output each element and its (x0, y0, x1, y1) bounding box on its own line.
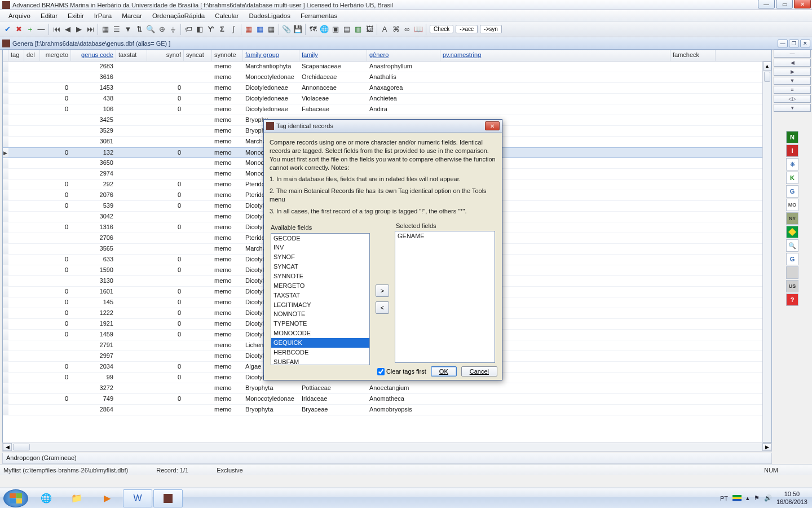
side-badge[interactable] (786, 226, 798, 238)
map-icon[interactable]: 🗺 (308, 24, 318, 34)
taskbar-chrome[interactable]: 🌐 (32, 489, 61, 507)
rail-up-icon[interactable]: — (774, 50, 811, 58)
col-del[interactable]: del (24, 50, 40, 61)
dialog-title-bar[interactable]: Tag identical records ✕ (264, 120, 502, 133)
rail-nav-icon[interactable]: ◁▷ (774, 95, 811, 103)
menu-arquivo[interactable]: Arquivo (8, 12, 30, 19)
list-icon[interactable]: ☰ (112, 24, 122, 34)
selected-fields-listbox[interactable]: GENAME (395, 231, 495, 363)
scroll-up-icon[interactable]: ▲ (763, 62, 771, 71)
scroll-right-icon[interactable]: ▶ (762, 443, 771, 451)
side-badge[interactable]: ? (786, 294, 798, 306)
col-tag[interactable]: tag (8, 50, 24, 61)
col-gen[interactable]: gênero (367, 50, 440, 61)
avail-item[interactable]: SYNCAT (271, 262, 369, 271)
col-synnote[interactable]: synnote (212, 50, 243, 61)
side-badge[interactable]: NY (786, 212, 798, 225)
table-row[interactable]: 2864memoBryophytaBryaceaeAnomobryopsis (3, 405, 771, 415)
bio-icon[interactable]: ⌘ (391, 24, 401, 34)
col-famg[interactable]: family group (243, 50, 299, 61)
col-synof[interactable]: synof (147, 50, 184, 61)
grid-grey-icon[interactable]: ▦ (266, 24, 276, 34)
avail-item[interactable]: MERGETO (271, 281, 369, 291)
table-row[interactable]: 014530memoDicotyledoneaeAnnonaceaeAnaxag… (3, 83, 771, 94)
side-badge[interactable]: ✳ (786, 158, 798, 170)
avail-item[interactable]: INV (271, 243, 369, 252)
sort-icon[interactable]: ⇅ (134, 24, 144, 34)
avail-item[interactable]: LEGITIMACY (271, 300, 369, 310)
side-badge[interactable]: 🔍 (786, 239, 798, 252)
close-button[interactable]: ✕ (794, 0, 811, 8)
avail-item[interactable]: GEQUICK (271, 338, 369, 348)
available-fields-listbox[interactable]: GECODEINVSYNOFSYNCATSYNNOTEMERGETOTAXSTA… (271, 233, 370, 365)
side-badge[interactable]: MO (786, 199, 798, 211)
funnel-icon[interactable]: ⏚ (168, 24, 178, 34)
sigma-icon[interactable]: Σ (217, 24, 227, 34)
side-badge[interactable]: G (786, 253, 798, 265)
menu-irpara[interactable]: IrPara (94, 12, 112, 19)
move-right-button[interactable]: > (376, 284, 389, 297)
rail-right-icon[interactable]: ▶ (774, 68, 811, 76)
side-badge[interactable]: G (786, 185, 798, 198)
avail-item[interactable]: MONOCODE (271, 329, 369, 338)
tray-flag-icon[interactable] (732, 495, 742, 501)
child-close[interactable]: ✕ (800, 40, 810, 47)
delete-icon[interactable]: — (36, 24, 46, 34)
menu-ordenaçãorápida[interactable]: OrdenaçãoRápida (152, 12, 205, 19)
avail-item[interactable]: NOMNOTE (271, 309, 369, 319)
tag2-icon[interactable]: ◧ (195, 24, 205, 34)
grid-red-icon[interactable]: ▦ (244, 24, 254, 34)
rail-more-icon[interactable]: ▾ (774, 104, 811, 112)
table-row[interactable]: 01060memoDicotyledoneaeFabaceaeAndira (3, 104, 771, 115)
image-icon[interactable]: 🖼 (364, 24, 374, 34)
table-icon[interactable]: ▦ (100, 24, 111, 34)
cancel-icon[interactable]: ✖ (14, 24, 24, 34)
zoom-icon[interactable]: ⊕ (157, 24, 167, 34)
clear-tags-input[interactable] (377, 368, 385, 375)
text-icon[interactable]: A (379, 24, 390, 34)
menu-dadosligados[interactable]: DadosLigados (249, 12, 290, 19)
clear-tags-checkbox[interactable]: Clear tags first (377, 368, 426, 375)
chart-icon[interactable]: ▤ (342, 24, 352, 34)
menu-calcular[interactable]: Calcular (215, 12, 239, 19)
link-icon[interactable]: ∞ (402, 24, 412, 34)
col-mergeto[interactable]: mergeto (40, 50, 71, 61)
child-minimize[interactable]: — (778, 40, 788, 47)
tray-clock[interactable]: 10:50 16/08/2013 (776, 491, 807, 505)
maximize-button[interactable]: ▭ (776, 0, 793, 8)
avail-item[interactable]: TYPENOTE (271, 319, 369, 329)
rail-grip-icon[interactable]: ≡ (774, 86, 811, 94)
col-fam[interactable]: family (299, 50, 367, 61)
scroll-thumb[interactable] (764, 72, 770, 82)
table-row[interactable]: 2683memoMarchantiophytaScapaniaceaeAnast… (3, 62, 771, 72)
tray-lang[interactable]: PT (720, 495, 728, 502)
avail-item[interactable]: SYNOF (271, 252, 369, 262)
commit-icon[interactable]: ✔ (2, 24, 12, 34)
dialog-close-button[interactable]: ✕ (485, 121, 500, 130)
start-button[interactable] (3, 489, 28, 507)
taskbar-media[interactable]: ▶ (92, 489, 122, 507)
tag-icon[interactable]: 🏷 (183, 24, 193, 34)
tray-sound-icon[interactable]: 🔊 (764, 494, 772, 502)
globe-icon[interactable]: 🌐 (319, 24, 329, 34)
acc-button[interactable]: ->acc (456, 25, 478, 33)
taskbar-word[interactable]: W (123, 489, 152, 507)
vertical-scrollbar[interactable]: ▲ ▼ (762, 62, 771, 451)
rail-left-icon[interactable]: ◀ (774, 59, 811, 67)
avail-item[interactable]: TAXSTAT (271, 291, 369, 300)
avail-item[interactable]: HERBCODE (271, 348, 369, 357)
menu-ferramentas[interactable]: Ferramentas (301, 12, 337, 19)
check-button[interactable]: Check (430, 25, 453, 33)
cancel-button[interactable]: Cancel (461, 366, 497, 376)
filter-icon[interactable]: ▼ (123, 24, 133, 34)
selected-item[interactable]: GENAME (395, 231, 495, 241)
report-icon[interactable]: ▣ (330, 24, 341, 34)
col-gcode[interactable]: genus code (71, 50, 116, 61)
table-row[interactable]: 3616memoMonocotyledonaeOrchidaceaeAnatha… (3, 72, 771, 83)
taskbar-explorer[interactable]: 📁 (62, 489, 91, 507)
move-left-button[interactable]: < (376, 301, 389, 314)
side-badge[interactable]: N (786, 131, 798, 143)
col-taxstat[interactable]: taxstat (116, 50, 147, 61)
menu-editar[interactable]: Editar (41, 12, 58, 19)
side-badge[interactable]: US (786, 280, 798, 292)
